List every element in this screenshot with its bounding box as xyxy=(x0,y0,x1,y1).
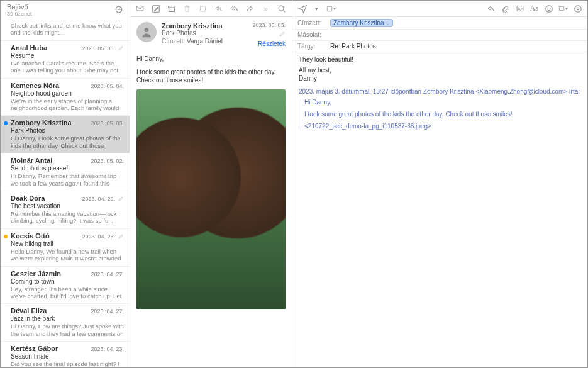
view-to: Varga Dániel xyxy=(187,38,223,45)
view-to-label: Címzett: xyxy=(162,38,185,45)
body-line: I took some great photos of the kids the… xyxy=(136,68,286,84)
message-item[interactable]: Antal Huba2023. 05. 05.ResumeI've attach… xyxy=(1,41,130,79)
attach-icon[interactable] xyxy=(501,4,510,13)
message-sender: Deák Dóra xyxy=(11,194,45,202)
message-date: 2023. 04. 27. xyxy=(91,308,124,315)
reply-icon[interactable] xyxy=(214,4,223,13)
body-greeting: Hi Danny, xyxy=(136,55,286,63)
compose-body[interactable]: They look beautiful! All my best, Danny … xyxy=(292,52,587,367)
draft-icon xyxy=(118,45,124,52)
svg-point-15 xyxy=(550,8,550,8)
svg-rect-16 xyxy=(559,6,564,10)
message-item[interactable]: Molnár Antal2023. 05. 02.Send photos ple… xyxy=(1,153,130,191)
message-date: 2023. 05. 03. xyxy=(91,120,124,126)
message-date: 2023. 04. 23. xyxy=(91,346,124,352)
message-sender: Kemenes Nóra xyxy=(11,82,59,89)
svg-point-17 xyxy=(574,5,581,12)
reply-compose-icon[interactable] xyxy=(486,4,496,13)
message-date: 2023. 05. 05. xyxy=(82,45,124,52)
message-subject: Park Photos xyxy=(11,127,124,134)
filter-icon[interactable] xyxy=(114,5,125,15)
message-preview: Check out links and let me know what you… xyxy=(11,22,124,36)
compose-cc-row[interactable]: Másolat: xyxy=(292,30,587,41)
quote-block: 2023. május 3. dátummal, 13:27 időpontba… xyxy=(299,88,581,130)
message-sender: Kertész Gábor xyxy=(11,345,58,352)
svg-point-14 xyxy=(547,8,548,8)
message-subject: Coming to town xyxy=(11,278,124,285)
view-from: Zombory Krisztina xyxy=(162,22,247,30)
header-dropdown-icon[interactable]: ▾ xyxy=(312,4,321,13)
subject-label: Tárgy: xyxy=(297,43,330,50)
format-icon[interactable]: Aa xyxy=(530,4,539,13)
message-preview: Remember this amazing vacation—rock clim… xyxy=(11,210,124,225)
compose-to-row[interactable]: Címzett: Zombory Krisztina⌄ xyxy=(292,17,587,30)
message-item[interactable]: Check out links and let me know what you… xyxy=(1,18,130,41)
archive-icon[interactable] xyxy=(167,4,176,13)
trash-icon[interactable] xyxy=(182,4,192,13)
photo-icon[interactable] xyxy=(515,4,524,13)
message-date: 2023. 05. 02. xyxy=(91,158,124,164)
message-sender: Antal Huba xyxy=(11,44,47,52)
message-item[interactable]: Dévai Eliza2023. 04. 27.Jazz in the park… xyxy=(1,304,130,342)
message-list[interactable]: Check out links and let me know what you… xyxy=(1,18,130,367)
details-link[interactable]: Részletek xyxy=(258,40,286,47)
message-item[interactable]: Geszler Jázmin2023. 04. 27.Coming to tow… xyxy=(1,267,130,304)
more-icon[interactable]: » xyxy=(261,4,270,13)
compose-icon[interactable] xyxy=(151,4,160,13)
message-subject: Season finale xyxy=(11,353,124,360)
unread-dot xyxy=(4,121,8,125)
message-preview: Hey, stranger. It's been a while since w… xyxy=(11,286,124,300)
markup-icon[interactable] xyxy=(573,4,582,13)
message-preview: Did you see the final episode last night… xyxy=(11,360,124,367)
compose-subject-row[interactable]: Tárgy: Re: Park Photos xyxy=(292,41,587,52)
message-preview: We're in the early stages of planning a … xyxy=(11,98,124,112)
svg-rect-2 xyxy=(136,6,143,11)
message-item[interactable]: Zombory Krisztina2023. 05. 03.Park Photo… xyxy=(1,116,130,153)
svg-point-12 xyxy=(518,8,519,9)
view-header: Zombory Krisztina Park Photos Címzett: V… xyxy=(130,17,292,50)
message-sender: Molnár Antal xyxy=(11,157,52,164)
message-item[interactable]: Deák Dóra2023. 04. 29.The best vacationR… xyxy=(1,191,130,229)
message-date: 2023. 05. 04. xyxy=(91,83,124,89)
mailbox-count: 39 üzenet xyxy=(7,11,32,17)
emoji-icon[interactable] xyxy=(544,4,553,13)
flag-dot xyxy=(4,235,8,238)
forward-icon[interactable] xyxy=(245,4,255,13)
message-date: 2023. 04. 27. xyxy=(91,271,124,277)
message-sender: Zombory Krisztina xyxy=(11,119,72,126)
message-item[interactable]: Kemenes Nóra2023. 05. 04.Neighborhood ga… xyxy=(1,79,130,116)
message-item[interactable]: Kertész Gábor2023. 04. 23.Season finaleD… xyxy=(1,342,130,367)
message-subject: Neighborhood garden xyxy=(11,90,124,97)
svg-point-18 xyxy=(577,8,579,10)
message-sender: Kocsis Ottó xyxy=(11,232,50,240)
avatar xyxy=(136,22,157,42)
message-item[interactable]: Kocsis Ottó2023. 04. 28.New hiking trail… xyxy=(1,229,130,267)
search-icon[interactable] xyxy=(277,4,286,13)
message-sender: Dévai Eliza xyxy=(11,307,47,315)
svg-point-13 xyxy=(545,5,552,12)
message-subject: Send photos please! xyxy=(11,165,124,172)
email-photo xyxy=(136,89,286,309)
view-body: Hi Danny, I took some great photos of th… xyxy=(130,50,292,367)
message-subject: Jazz in the park xyxy=(11,315,124,322)
recipient-token[interactable]: Zombory Krisztina⌄ xyxy=(330,19,393,27)
view-toolbar: » xyxy=(130,1,292,17)
to-label: Címzett: xyxy=(297,20,330,26)
compose-toolbar: ▾ ▾ Aa ▾ xyxy=(292,1,587,17)
priority-icon[interactable]: ▾ xyxy=(326,4,336,13)
message-preview: Hi Danny, I took some great photos of th… xyxy=(11,135,124,149)
media-dropdown-icon[interactable]: ▾ xyxy=(558,4,568,13)
send-icon[interactable] xyxy=(297,4,307,13)
message-preview: Hi Danny, How are things? Just spoke wit… xyxy=(11,323,124,337)
message-sender: Geszler Jázmin xyxy=(11,270,61,277)
quote-line: I took some great photos of the kids the… xyxy=(304,111,581,118)
draft-icon xyxy=(118,196,124,202)
svg-rect-10 xyxy=(327,6,332,11)
message-preview: I've attached Carol's resume. She's the … xyxy=(11,60,124,74)
reply-all-icon[interactable] xyxy=(230,4,239,13)
quote-attachment: <210722_sec_demo-la_pg_i110537-38.jpeg> xyxy=(304,123,581,130)
envelope-icon[interactable] xyxy=(135,4,145,13)
junk-icon[interactable] xyxy=(198,4,208,13)
inbox-header: Bejövő 39 üzenet xyxy=(1,1,130,18)
message-subject: The best vacation xyxy=(11,203,124,209)
